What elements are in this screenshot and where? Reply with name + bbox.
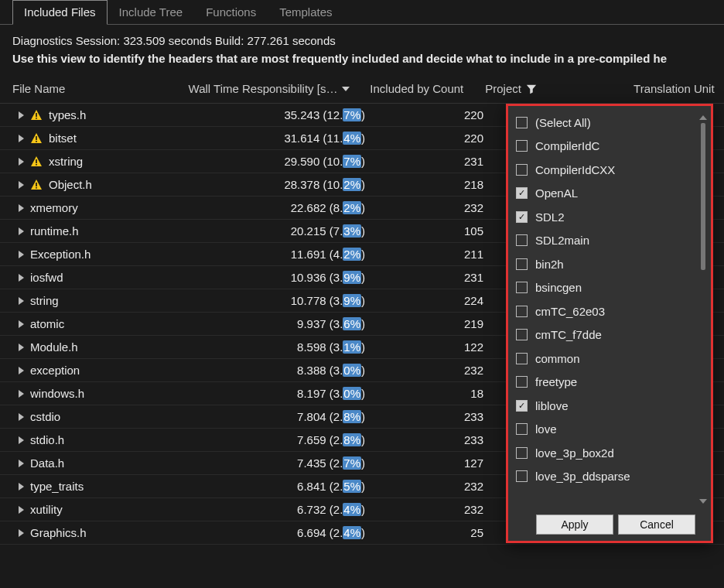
chevron-down-icon <box>342 87 350 91</box>
expand-icon[interactable] <box>19 344 24 351</box>
expand-icon[interactable] <box>19 506 24 514</box>
checkbox[interactable] <box>516 423 528 435</box>
tab-include-tree[interactable]: Include Tree <box>108 0 195 24</box>
file-name: types.h <box>49 108 86 121</box>
svg-rect-1 <box>36 118 37 119</box>
project-filter-item[interactable]: SDL2main <box>514 229 708 253</box>
file-name: xmemory <box>30 201 78 214</box>
project-filter-item[interactable]: freetype <box>514 371 708 395</box>
wall-time-cell: 7.659 (2.8%) <box>186 433 371 446</box>
expand-icon[interactable] <box>19 320 24 328</box>
project-filter-label: cmTC_f7dde <box>535 328 602 341</box>
project-filter-item[interactable]: CompilerIdCXX <box>514 158 708 182</box>
apply-button[interactable]: Apply <box>536 514 613 535</box>
included-by-count-cell: 231 <box>371 271 499 284</box>
project-filter-label: bsincgen <box>535 281 582 294</box>
project-filter-item[interactable]: CompilerIdC <box>514 135 708 159</box>
checkbox[interactable] <box>516 282 528 293</box>
column-header-wall-time[interactable]: Wall Time Responsibility [s… <box>178 79 356 98</box>
expand-icon[interactable] <box>19 413 24 421</box>
project-filter-item[interactable]: love <box>514 418 708 442</box>
file-name: Object.h <box>49 178 92 191</box>
file-name: xstring <box>49 155 83 168</box>
project-filter-item[interactable]: cmTC_f7dde <box>514 323 708 347</box>
column-header-included-by-count[interactable]: Included by Count <box>356 79 479 98</box>
cancel-button[interactable]: Cancel <box>618 514 695 535</box>
column-header-project[interactable]: Project <box>479 79 627 98</box>
included-by-count-cell: 220 <box>371 108 499 121</box>
checkbox[interactable] <box>516 258 528 270</box>
expand-icon[interactable] <box>19 483 24 491</box>
column-header-translation-unit[interactable]: Translation Unit <box>627 79 724 98</box>
svg-rect-6 <box>36 183 37 186</box>
wall-time-cell: 7.804 (2.8%) <box>186 410 371 423</box>
included-by-count-cell: 25 <box>371 526 499 539</box>
checkbox[interactable]: ✓ <box>516 400 528 412</box>
file-name: stdio.h <box>30 433 64 446</box>
included-by-count-cell: 232 <box>371 201 499 214</box>
expand-icon[interactable] <box>19 181 24 189</box>
project-filter-item[interactable]: love_3p_box2d <box>514 441 708 465</box>
expand-icon[interactable] <box>19 274 24 282</box>
expand-icon[interactable] <box>19 204 24 212</box>
checkbox[interactable] <box>516 234 528 246</box>
expand-icon[interactable] <box>19 297 24 305</box>
project-filter-item[interactable]: (Select All) <box>514 111 708 135</box>
wall-time-cell: 6.694 (2.4%) <box>186 526 371 539</box>
expand-icon[interactable] <box>19 390 24 398</box>
tab-functions[interactable]: Functions <box>194 0 268 24</box>
checkbox[interactable] <box>516 117 528 128</box>
included-by-count-cell: 231 <box>371 155 499 168</box>
checkbox[interactable] <box>516 329 528 340</box>
scroll-down-icon[interactable] <box>699 499 707 504</box>
file-name: exception <box>30 364 80 377</box>
column-header-file[interactable]: File Name <box>0 79 178 98</box>
project-filter-label: (Select All) <box>535 116 591 129</box>
checkbox[interactable] <box>516 447 528 459</box>
project-filter-item[interactable]: ✓SDL2 <box>514 205 708 229</box>
checkbox[interactable] <box>516 376 528 388</box>
included-by-count-cell: 220 <box>371 132 499 145</box>
checkbox[interactable]: ✓ <box>516 211 528 223</box>
project-filter-item[interactable]: bsincgen <box>514 276 708 300</box>
expand-icon[interactable] <box>19 251 24 258</box>
file-name: Exception.h <box>30 248 90 261</box>
tab-included-files[interactable]: Included Files <box>12 0 108 25</box>
included-by-count-cell: 105 <box>371 224 499 238</box>
scroll-up-icon[interactable] <box>699 115 707 120</box>
expand-icon[interactable] <box>19 436 24 444</box>
checkbox[interactable] <box>516 306 528 317</box>
expand-icon[interactable] <box>19 367 24 374</box>
wall-time-cell: 8.598 (3.1%) <box>186 340 371 354</box>
checkbox[interactable]: ✓ <box>516 187 528 199</box>
project-filter-label: bin2h <box>535 258 564 271</box>
checkbox[interactable] <box>516 140 528 152</box>
project-filter-item[interactable]: love_3p_ddsparse <box>514 465 708 489</box>
tab-templates[interactable]: Templates <box>268 0 343 24</box>
expand-icon[interactable] <box>19 158 24 166</box>
checkbox[interactable] <box>516 353 528 364</box>
project-filter-label: common <box>535 352 580 365</box>
session-info: Diagnostics Session: 323.509 seconds Bui… <box>0 25 724 50</box>
wall-time-cell: 20.215 (7.3%) <box>186 224 371 238</box>
project-filter-scrollbar[interactable] <box>698 115 708 504</box>
expand-icon[interactable] <box>19 135 24 142</box>
project-filter-item[interactable]: ✓OpenAL <box>514 182 708 206</box>
expand-icon[interactable] <box>19 111 24 119</box>
wall-time-cell: 35.243 (12.7%) <box>186 108 371 121</box>
included-by-count-cell: 224 <box>371 294 499 307</box>
project-filter-item[interactable]: cmTC_62e03 <box>514 299 708 323</box>
expand-icon[interactable] <box>19 460 24 467</box>
checkbox[interactable] <box>516 470 528 482</box>
checkbox[interactable] <box>516 164 528 176</box>
project-filter-item[interactable]: bin2h <box>514 252 708 276</box>
project-filter-item[interactable]: common <box>514 347 708 371</box>
expand-icon[interactable] <box>19 227 24 235</box>
project-filter-list: (Select All)CompilerIdCCompilerIdCXX✓Ope… <box>514 111 708 510</box>
scroll-thumb[interactable] <box>701 123 705 270</box>
expand-icon[interactable] <box>19 529 24 537</box>
wall-time-cell: 31.614 (11.4%) <box>186 132 371 145</box>
file-name: atomic <box>30 317 64 330</box>
project-filter-item[interactable]: ✓liblove <box>514 394 708 418</box>
svg-rect-7 <box>36 187 37 189</box>
